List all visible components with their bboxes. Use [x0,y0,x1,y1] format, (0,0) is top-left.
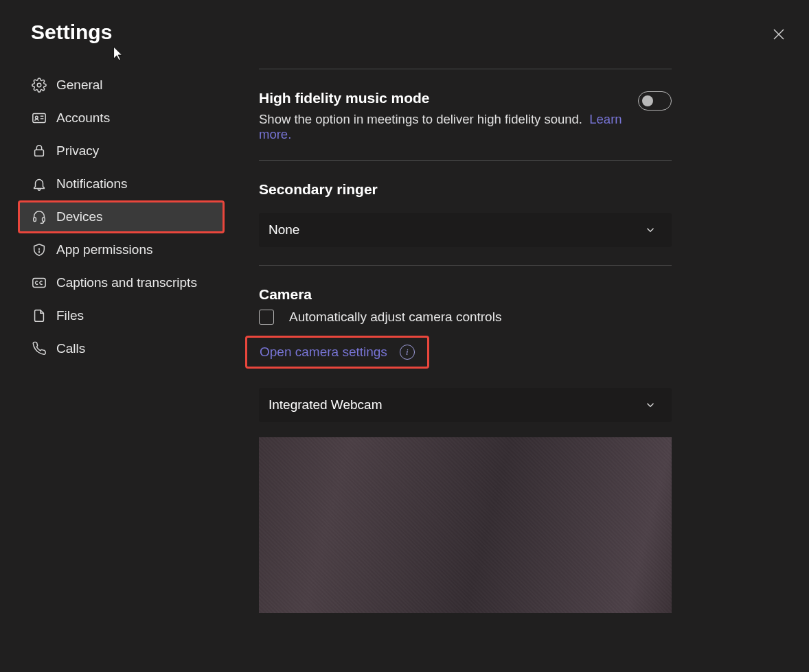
sidebar-item-label: Files [56,308,84,323]
sidebar-item-devices[interactable]: Devices [18,200,225,233]
svg-point-4 [36,116,38,119]
toggle-knob [642,95,653,106]
sidebar-item-calls[interactable]: Calls [18,332,225,365]
info-icon[interactable]: i [400,345,415,360]
divider [259,69,672,69]
sidebar-item-captions[interactable]: Captions and transcripts [18,266,225,299]
secondary-ringer-dropdown[interactable]: None [259,213,672,247]
svg-point-11 [39,252,40,253]
sidebar-item-label: Accounts [56,111,110,126]
sidebar-item-label: Captions and transcripts [56,275,197,290]
close-button[interactable] [771,26,787,43]
camera-device-dropdown[interactable]: Integrated Webcam [259,388,672,422]
sidebar-item-privacy[interactable]: Privacy [18,135,225,167]
open-camera-settings-highlight: Open camera settings i [245,336,429,369]
secondary-ringer-title: Secondary ringer [259,181,672,198]
gear-icon [32,78,47,93]
svg-rect-7 [35,150,44,156]
dropdown-value: None [269,222,299,237]
svg-rect-3 [33,114,45,123]
camera-preview [259,437,672,613]
headset-icon [32,209,47,224]
bell-icon [32,176,47,192]
sidebar: General Accounts Privacy Notifications D [0,69,231,613]
file-icon [32,308,47,323]
hifi-toggle[interactable] [638,91,672,111]
sidebar-item-general[interactable]: General [18,69,225,102]
svg-rect-8 [34,218,36,222]
sidebar-item-label: App permissions [56,242,152,257]
auto-adjust-checkbox[interactable] [259,310,274,325]
sidebar-item-label: Calls [56,341,85,356]
sidebar-item-accounts[interactable]: Accounts [18,102,225,135]
svg-rect-9 [43,218,45,222]
main-content: High fidelity music mode Show the option… [231,69,809,613]
sidebar-item-files[interactable]: Files [18,299,225,332]
lock-icon [32,143,47,159]
sidebar-item-label: Privacy [56,143,99,159]
dropdown-value: Integrated Webcam [269,397,382,413]
page-title: Settings [31,21,112,44]
camera-title: Camera [259,286,672,303]
open-camera-settings-link[interactable]: Open camera settings [260,345,387,360]
sidebar-item-label: General [56,78,103,93]
phone-icon [32,341,47,356]
chevron-down-icon [644,224,657,236]
shield-icon [32,242,47,257]
divider [259,265,672,266]
svg-rect-12 [33,279,45,288]
sidebar-item-notifications[interactable]: Notifications [18,167,225,200]
chevron-down-icon [644,399,657,411]
hifi-title: High fidelity music mode [259,90,638,106]
auto-adjust-label: Automatically adjust camera controls [289,310,501,325]
divider [259,160,672,161]
sidebar-item-app-permissions[interactable]: App permissions [18,233,225,266]
cc-icon [32,275,47,290]
sidebar-item-label: Devices [56,209,103,224]
id-card-icon [32,111,47,126]
hifi-desc: Show the option in meetings to deliver h… [259,112,638,142]
sidebar-item-label: Notifications [56,176,128,192]
svg-point-2 [37,83,41,87]
